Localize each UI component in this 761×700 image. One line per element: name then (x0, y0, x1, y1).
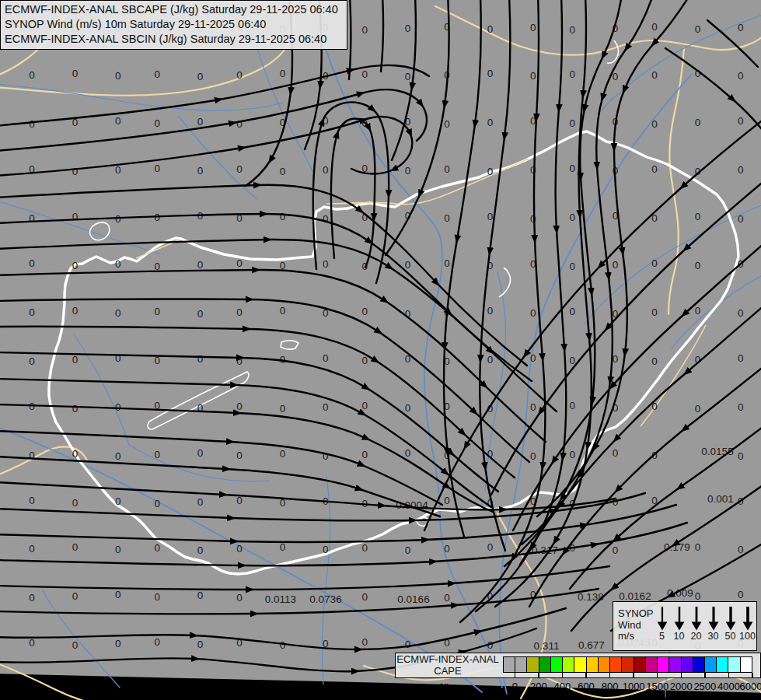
grid-value: 0 (280, 403, 286, 415)
grid-value: 0 (361, 400, 368, 411)
station-value: 0.311 (534, 640, 560, 652)
grid-value: 0 (154, 68, 160, 80)
cape-color-cell (681, 657, 693, 672)
grid-value: 0 (72, 541, 79, 553)
grid-value: 0 (613, 259, 619, 271)
grid-value: 0 (197, 259, 204, 271)
grid-value: 0 (323, 544, 329, 555)
grid-value: 0 (738, 164, 744, 176)
grid-value: 0 (569, 212, 575, 223)
wind-legend-unit: m/s (618, 631, 654, 642)
wind-speed-item: 50 (722, 605, 739, 649)
cape-tick-mark (538, 673, 539, 678)
grid-value: 0 (405, 544, 411, 556)
weather-map-canvas: 0000000000000000000000000000000000000000… (0, 0, 761, 700)
wind-speed-label: 5 (659, 632, 665, 642)
cape-tick-label: 2500 (693, 681, 716, 692)
grid-value: 0 (72, 211, 79, 222)
cape-legend-titles: ECMWF-INDEX-ANAL CAPE (395, 653, 501, 677)
grid-value: 0 (323, 450, 329, 462)
grid-value: 0 (569, 117, 575, 129)
wind-speed-label: 30 (708, 632, 719, 642)
grid-value: 0 (197, 116, 204, 128)
grid-value: 0 (29, 257, 35, 269)
cape-tick-mark (657, 673, 658, 678)
grid-value: 0 (72, 260, 79, 271)
cape-legend-parameter: CAPE (395, 665, 501, 677)
cape-tick-mark (609, 673, 611, 678)
cape-legend: ECMWF-INDEX-ANAL CAPE 020040060080010001… (395, 653, 761, 700)
grid-value: 0 (738, 544, 744, 555)
cape-tick-label: 800 (602, 681, 619, 692)
grid-value: 0 (569, 163, 575, 174)
grid-value: 0 (695, 211, 701, 222)
grid-value: 0 (651, 163, 658, 175)
grid-value: 0 (361, 68, 368, 80)
grid-value: 0 (29, 118, 35, 130)
grid-value: 0 (651, 257, 658, 269)
grid-value: 0 (405, 71, 411, 82)
cape-color-cell (740, 657, 752, 672)
grid-value: 0 (115, 352, 121, 364)
grid-value: 0 (280, 305, 286, 317)
down-arrow-icon (705, 605, 722, 631)
title-line-sbcape: ECMWF-INDEX-ANAL SBCAPE (J/kg) Saturday … (5, 2, 342, 17)
grid-value: 0 (154, 117, 160, 129)
wind-legend-title: SYNOP (618, 608, 654, 620)
grid-value: 0 (323, 352, 329, 364)
cape-tick-mark (585, 673, 587, 678)
grid-value: 0 (361, 24, 368, 36)
grid-value: 0 (444, 118, 450, 130)
lake-velence-outline (281, 341, 298, 349)
grid-value: 0 (695, 305, 701, 317)
grid-value: 0 (236, 592, 243, 604)
grid-value: 0 (115, 544, 121, 555)
grid-value: 0 (72, 590, 79, 602)
grid-value: 0 (444, 592, 450, 604)
grid-value: 0 (569, 400, 575, 411)
grid-value: 0 (29, 637, 35, 649)
grid-value: 0 (72, 68, 79, 79)
grid-value: 0 (651, 355, 658, 367)
grid-value: 0 (738, 589, 744, 600)
cape-color-cell (668, 657, 680, 672)
wind-speed-item: 30 (705, 605, 722, 649)
grid-value: 0 (29, 355, 35, 367)
grid-value: 0 (72, 497, 79, 509)
cape-tick-label: 400 (554, 681, 571, 692)
grid-value: 0 (361, 498, 368, 509)
down-arrow-icon (739, 605, 756, 631)
wind-legend: SYNOP Wind m/s 510203050100 (613, 601, 757, 651)
grid-value: 0 (72, 354, 79, 366)
grid-value: 0 (613, 544, 619, 556)
grid-value: 0 (405, 23, 411, 34)
grid-value: 0 (154, 591, 160, 603)
grid-value: 0 (361, 636, 368, 648)
grid-value: 0 (651, 306, 658, 318)
cape-color-cell (657, 657, 668, 672)
grid-value: 0 (323, 401, 329, 413)
grid-value: 0 (444, 212, 450, 224)
cape-colorbar (503, 656, 752, 673)
wind-legend-subtitle: Wind (618, 620, 654, 632)
grid-value: 0 (72, 403, 79, 415)
grid-value: 0 (115, 115, 121, 127)
grid-value: 0 (487, 68, 494, 79)
grid-value: 0 (569, 306, 575, 317)
cape-color-cell (609, 657, 621, 672)
grid-value: 0 (530, 70, 536, 82)
grid-value: 0 (530, 450, 536, 462)
grid-value: 0 (444, 163, 450, 175)
grid-value: 0 (72, 305, 79, 317)
grid-value: 0 (280, 639, 286, 651)
cape-tick-label: 4000 (717, 681, 740, 692)
cape-tick-mark (562, 673, 564, 678)
station-value: 0.0166 (397, 593, 429, 605)
grid-value: 0 (613, 447, 619, 459)
wind-speed-item: 20 (688, 605, 705, 649)
grid-value: 0 (236, 543, 243, 555)
grid-value: 0 (154, 636, 160, 648)
grid-value: 0 (280, 448, 286, 460)
cape-tick-mark (515, 673, 516, 678)
cape-tick-label: 600 (578, 681, 595, 692)
